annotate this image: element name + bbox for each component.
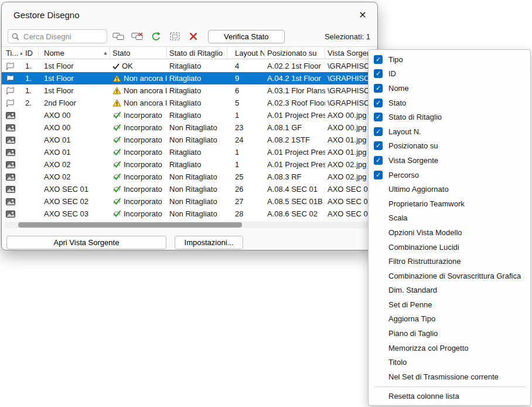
menu-item[interactable]: ✓ Layout N. — [369, 124, 530, 139]
scrollbar-thumb[interactable] — [18, 222, 242, 228]
menu-item[interactable]: ✓ Stato di Ritaglio — [369, 110, 530, 124]
row-status: OK — [110, 60, 167, 72]
row-layout-number: 27 — [227, 195, 265, 208]
table-row[interactable]: 1. 1st Floor Non ancora I... Ritagliato … — [2, 84, 377, 97]
table-row[interactable]: AXO SEC 03 Incorporato Non Ritagliato 28… — [2, 208, 377, 220]
row-placed-on: A.08.5 SEC 01B — [265, 195, 325, 208]
row-name: AXO 00 — [39, 109, 110, 121]
row-crop-status: Non Ritagliato — [167, 208, 227, 220]
menu-item[interactable]: ✓ Resetta colonne lista — [369, 389, 530, 404]
table-row[interactable]: 1. 1st Floor Non ancora I... Ritagliato … — [2, 72, 377, 84]
table-row[interactable]: AXO SEC 02 Incorporato Non Ritagliato 27… — [2, 195, 377, 208]
table-body: 1. 1st Floor OK Ritagliato 4 A.02.2 1st … — [2, 60, 377, 220]
menu-item-label: Opzioni Vista Modello — [388, 228, 462, 237]
menu-item[interactable]: ✓ Vista Sorgente — [369, 153, 530, 168]
menu-item[interactable]: ✓ Piano di Taglio — [369, 326, 530, 341]
menu-item-label: Resetta colonne lista — [388, 392, 459, 401]
row-crop-status: Non Ritagliato — [167, 134, 227, 146]
unlink-drawing-icon[interactable] — [129, 29, 145, 43]
image-type-icon — [6, 186, 15, 193]
menu-item[interactable]: ✓ Nome — [369, 81, 530, 96]
menu-item[interactable]: ✓ Memorizza col Progetto — [369, 341, 530, 355]
table-row[interactable]: AXO 01 Incorporato Ritagliato 1 A.01 Pro… — [2, 146, 377, 158]
image-type-icon — [6, 211, 15, 218]
menu-item[interactable]: ✓ Ultimo Aggiornato — [369, 182, 530, 196]
column-header[interactable]: Stato — [110, 47, 167, 59]
sort-indicator-icon: ▲ — [101, 50, 107, 56]
settings-button[interactable]: Impostazioni... — [175, 236, 243, 249]
titlebar[interactable]: Gestore Disegno ✕ — [2, 2, 377, 27]
row-name: AXO 00 — [39, 121, 110, 134]
open-source-view-button[interactable]: Apri Vista Sorgente — [6, 236, 166, 249]
menu-item[interactable]: ✓ Tipo — [369, 52, 530, 67]
column-header[interactable]: ID — [23, 47, 39, 59]
search-box[interactable] — [8, 29, 107, 43]
menu-item[interactable]: ✓ Dim. Standard — [369, 283, 530, 298]
row-id: 1. — [23, 60, 39, 72]
table-row[interactable]: AXO 00 Incorporato Non Ritagliato 23 A.0… — [2, 121, 377, 134]
table-row[interactable]: AXO SEC 01 Incorporato Non Ritagliato 26… — [2, 183, 377, 195]
table-row[interactable]: 1. 1st Floor OK Ritagliato 4 A.02.2 1st … — [2, 60, 377, 72]
column-header-label: Nome — [44, 49, 64, 57]
menu-item[interactable]: ✓ Aggiorna Tipo — [369, 312, 530, 327]
image-type-icon — [6, 137, 15, 144]
row-layout-number: 28 — [227, 208, 265, 220]
row-name: AXO 02 — [39, 171, 110, 183]
delete-icon[interactable] — [186, 29, 201, 43]
check-status-refresh-icon[interactable] — [148, 29, 163, 43]
row-name: AXO 01 — [39, 134, 110, 146]
menu-item[interactable]: ✓ Posizionato su — [369, 139, 530, 154]
table-row[interactable]: AXO 00 Incorporato Ritagliato 1 A.01 Pro… — [2, 109, 377, 121]
status-embedded-icon — [112, 136, 121, 144]
menu-item-label: Piano di Taglio — [388, 329, 438, 338]
row-placed-on: A.08.3 RF — [265, 171, 325, 183]
menu-item[interactable]: ✓ Filtro Ristrutturazione — [369, 254, 530, 269]
search-input[interactable] — [22, 32, 103, 42]
menu-item-label: Posizionato su — [388, 141, 438, 150]
column-header-label: Stato — [112, 49, 130, 57]
status-warning-icon — [112, 99, 121, 107]
image-type-icon — [6, 124, 15, 131]
status-text: Incorporato — [124, 135, 162, 144]
column-header[interactable]: Layout N. — [227, 47, 265, 59]
table-row[interactable]: AXO 01 Incorporato Non Ritagliato 24 A.0… — [2, 134, 377, 146]
menu-item[interactable]: ✓ Opzioni Vista Modello — [369, 225, 530, 240]
column-header[interactable]: Posizionato su — [265, 47, 325, 59]
update-frame-icon[interactable] — [167, 29, 182, 43]
row-name: 1st Floor — [39, 72, 110, 84]
menu-item-label: Vista Sorgente — [388, 156, 438, 165]
link-drawing-icon[interactable] — [111, 29, 126, 43]
table-row[interactable]: AXO 02 Incorporato Ritagliato 1 A.01 Pro… — [2, 158, 377, 171]
menu-item[interactable]: ✓ Percorso — [369, 168, 530, 182]
horizontal-scrollbar[interactable] — [4, 222, 375, 228]
checkbox-checked-icon: ✓ — [374, 127, 383, 136]
menu-item[interactable]: ✓ ID — [369, 67, 530, 82]
row-crop-status: Ritagliato — [167, 84, 227, 97]
menu-item-label: Stato di Ritaglio — [388, 113, 442, 121]
menu-item[interactable]: ✓ Stato — [369, 96, 530, 110]
menu-item[interactable]: ✓ Scala — [369, 211, 530, 226]
status-embedded-icon — [112, 210, 121, 218]
row-crop-status: Non Ritagliato — [167, 171, 227, 183]
menu-item-label: Nel Set di Trasmissione corrente — [388, 372, 499, 381]
image-type-icon — [6, 149, 15, 156]
column-header[interactable]: Nome ▲ — [39, 47, 110, 59]
table-row[interactable]: AXO 02 Incorporato Non Ritagliato 25 A.0… — [2, 171, 377, 183]
menu-item[interactable]: ✓ Combinazione di Sovrascrittura Grafica — [369, 269, 530, 283]
menu-item[interactable]: ✓ Nel Set di Trasmissione corrente — [369, 369, 530, 384]
close-button[interactable]: ✕ — [353, 6, 373, 23]
menu-item[interactable]: ✓ Combinazione Lucidi — [369, 240, 530, 255]
row-name: 1st Floor — [39, 84, 110, 97]
column-header[interactable]: Stato di Ritaglio — [167, 47, 227, 59]
drawing-type-icon — [6, 62, 15, 70]
checkbox-checked-icon: ✓ — [374, 84, 383, 93]
row-id — [23, 158, 39, 171]
table-row[interactable]: 2. 2nd Floor Non ancora I... Ritagliato … — [2, 97, 377, 109]
checkbox-checked-icon: ✓ — [374, 156, 383, 165]
verify-status-button[interactable]: Verifica Stato — [208, 30, 285, 43]
menu-item[interactable]: ✓ Proprietario Teamwork — [369, 196, 530, 211]
row-layout-number: 24 — [227, 134, 265, 146]
menu-item[interactable]: ✓ Titolo — [369, 355, 530, 369]
column-header[interactable]: Ti... ▴▴ — [2, 47, 23, 59]
menu-item[interactable]: ✓ Set di Penne — [369, 297, 530, 312]
